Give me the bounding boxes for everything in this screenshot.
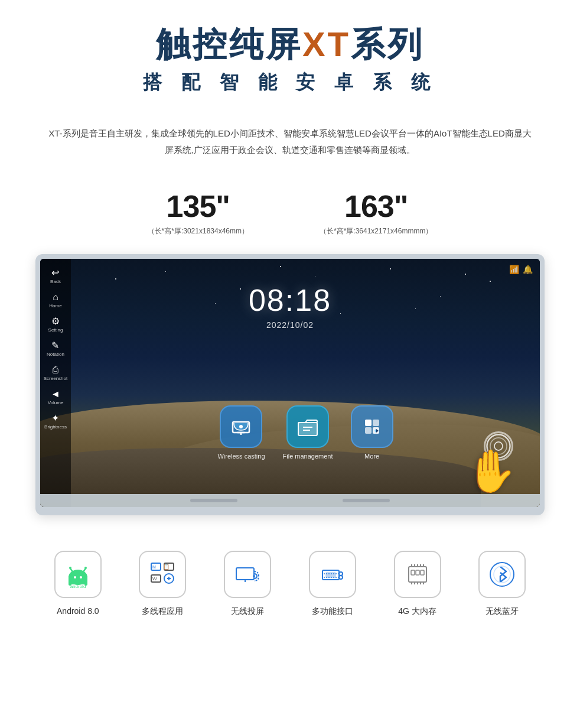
touch-hand-icon: 🤚 [465, 447, 516, 495]
sidebar-home[interactable]: ⌂ Home [47, 289, 64, 312]
app-wireless-casting[interactable]: Wireless casting [217, 405, 265, 460]
multi-icon-box: M W 📋 [139, 551, 186, 598]
clock-time: 08:18 [40, 282, 540, 318]
svg-rect-47 [411, 570, 415, 575]
signal-icon: 🔔 [523, 265, 533, 274]
file-management-icon [295, 414, 320, 439]
app-file-management[interactable]: File management [283, 405, 333, 460]
feature-cast: 无线投屏 [205, 551, 290, 617]
home-label: Home [49, 303, 61, 308]
notation-label: Notation [47, 352, 64, 357]
spec-163: 163" （长*高*厚:3641x2171x46mmmm） [320, 188, 432, 236]
svg-point-22 [69, 567, 71, 569]
spec-dim-2: （长*高*厚:3641x2171x46mmmm） [320, 226, 432, 236]
memory-icon [403, 560, 432, 589]
more-label: More [364, 453, 379, 460]
sidebar-volume[interactable]: ◄ Volume [45, 386, 66, 409]
screenshot-icon: ⎙ [53, 365, 58, 375]
wireless-casting-icon [229, 415, 253, 438]
features-section: android Android 8.0 M W 📋 多线程应用 [0, 521, 580, 635]
android-icon-box: android [54, 551, 102, 598]
sidebar-screenshot[interactable]: ⎙ Screenshot [41, 362, 70, 385]
svg-rect-7 [365, 420, 372, 426]
port-icon-box [309, 551, 356, 598]
svg-text:📋: 📋 [163, 563, 170, 570]
sidebar-setting[interactable]: ⚙ Setting [46, 313, 66, 336]
wifi-icon: 📶 [509, 265, 519, 274]
screen-bezel: 📶 🔔 08:18 2022/10/02 ↩ Back ⌂ Home [35, 254, 545, 515]
svg-point-3 [239, 425, 243, 428]
app-more[interactable]: More [351, 405, 393, 460]
spec-dim-1: （长*高*厚:3021x1834x46mm） [148, 226, 249, 236]
wireless-casting-label: Wireless casting [217, 453, 265, 460]
multi-label: 多线程应用 [142, 606, 183, 617]
brightness-icon: ✦ [51, 414, 59, 423]
svg-rect-48 [416, 570, 419, 575]
volume-icon: ◄ [51, 389, 60, 399]
screen-sidebar: ↩ Back ⌂ Home ⚙ Setting ✎ Notation ⎙ S [40, 259, 71, 507]
feature-mem: 4G 大内存 [375, 551, 460, 617]
back-icon: ↩ [51, 268, 59, 278]
feature-bt: 无线蓝牙 [460, 551, 545, 617]
multi-port-icon [318, 560, 347, 589]
screen-display: 📶 🔔 08:18 2022/10/02 ↩ Back ⌂ Home [40, 259, 540, 507]
screen-bottom-bar [40, 494, 540, 507]
notation-icon: ✎ [51, 341, 59, 350]
svg-point-18 [74, 576, 76, 578]
svg-rect-9 [365, 427, 372, 434]
more-icon-box [351, 405, 393, 448]
volume-label: Volume [48, 400, 64, 405]
cast-icon-box [224, 551, 271, 598]
setting-icon: ⚙ [51, 317, 60, 326]
subtitle: 搭 配 智 能 安 卓 系 统 [0, 70, 580, 96]
more-icon [360, 415, 384, 438]
description-text: XT-系列是音王自主研发，集成全球领先的LED小间距技术、智能安卓系统智慧LED… [0, 108, 580, 171]
svg-point-19 [80, 576, 82, 578]
mem-label: 4G 大内存 [398, 606, 436, 617]
svg-point-39 [253, 575, 255, 577]
svg-rect-36 [236, 568, 254, 580]
screen-status-icons: 📶 🔔 [509, 265, 533, 274]
cast-label: 无线投屏 [231, 606, 264, 617]
spec-size-1: 135" [148, 188, 249, 224]
sidebar-notation[interactable]: ✎ Notation [44, 337, 67, 360]
wireless-icon-box [220, 405, 262, 448]
multi-icon-inner: M W 📋 [148, 560, 177, 589]
port-label: 多功能接口 [312, 606, 353, 617]
mem-icon-box [394, 551, 441, 598]
title-suffix: 系列 [351, 25, 424, 63]
clock-area: 08:18 2022/10/02 [40, 282, 540, 330]
screenshot-label: Screenshot [44, 376, 67, 381]
android-label: Android 8.0 [57, 606, 99, 616]
setting-label: Setting [48, 327, 63, 333]
spec-size-2: 163" [320, 188, 432, 224]
home-icon: ⌂ [53, 292, 58, 302]
back-label: Back [50, 279, 61, 284]
specs-section: 135" （长*高*厚:3021x1834x46mm） 163" （长*高*厚:… [0, 171, 580, 248]
brightness-label: Brightness [44, 424, 67, 430]
svg-rect-49 [421, 570, 424, 575]
feature-android: android Android 8.0 [35, 551, 120, 616]
svg-rect-41 [326, 573, 335, 577]
svg-point-43 [339, 576, 343, 579]
page-header: 触控纯屏XT系列 搭 配 智 能 安 卓 系 统 [0, 0, 580, 108]
spec-135: 135" （长*高*厚:3021x1834x46mm） [148, 188, 249, 236]
svg-text:android: android [70, 584, 86, 589]
bt-label: 无线蓝牙 [485, 606, 519, 617]
clock-date: 2022/10/02 [40, 320, 540, 330]
main-title: 触控纯屏XT系列 [0, 24, 580, 65]
svg-point-23 [84, 567, 87, 569]
sidebar-brightness[interactable]: ✦ Brightness [42, 410, 69, 433]
bluetooth-icon [487, 560, 517, 589]
screen-mockup: 📶 🔔 08:18 2022/10/02 ↩ Back ⌂ Home [35, 254, 545, 515]
bottom-pill-right [343, 499, 390, 502]
svg-rect-4 [298, 422, 317, 436]
feature-multi: M W 📋 多线程应用 [120, 551, 206, 617]
title-prefix: 触控纯屏 [156, 25, 302, 63]
multi-app-icon: M W 📋 [148, 560, 177, 589]
title-xt: XT [302, 25, 351, 63]
svg-rect-8 [373, 420, 379, 426]
sidebar-back[interactable]: ↩ Back [48, 265, 63, 288]
file-management-label: File management [283, 453, 333, 460]
svg-text:W: W [152, 576, 157, 581]
